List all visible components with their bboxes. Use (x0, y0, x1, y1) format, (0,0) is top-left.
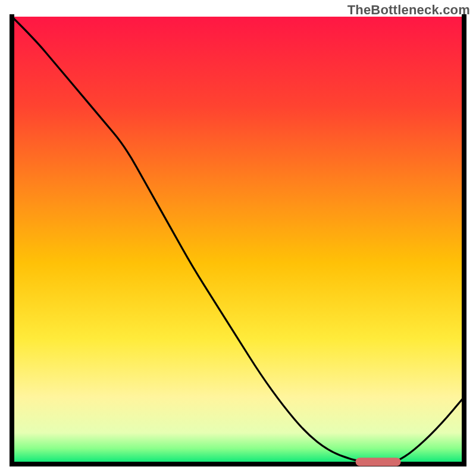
bottleneck-chart: TheBottleneck.com (0, 0, 476, 476)
chart-canvas (0, 0, 476, 476)
optimal-range-marker (356, 458, 401, 466)
watermark-text: TheBottleneck.com (347, 2, 470, 18)
gradient-background (12, 17, 464, 464)
